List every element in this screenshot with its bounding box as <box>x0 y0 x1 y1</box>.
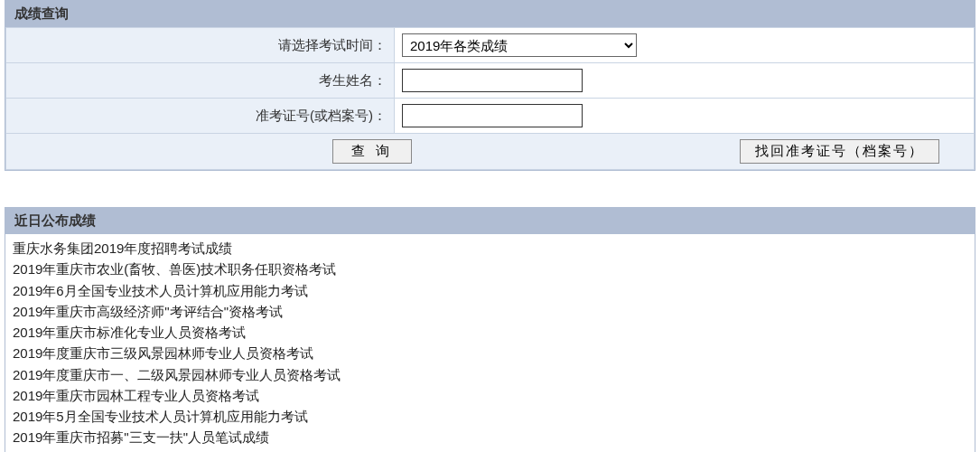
score-query-title: 成绩查询 <box>5 1 975 27</box>
ticket-number-input[interactable] <box>402 104 583 127</box>
list-item[interactable]: 2019年重庆市标准化专业人员资格考试 <box>13 322 967 343</box>
candidate-name-input[interactable] <box>402 69 583 92</box>
exam-time-select[interactable]: 2019年各类成绩 <box>402 33 637 57</box>
score-query-panel: 成绩查询 请选择考试时间： 2019年各类成绩 考生姓名： 准考证号(或档案号)… <box>5 0 975 171</box>
ticket-number-label: 准考证号(或档案号)： <box>6 99 395 134</box>
list-item[interactable]: 2019年5月全国专业技术人员计算机应用能力考试 <box>13 406 967 427</box>
list-item[interactable]: 2019年度重庆市三级风景园林师专业人员资格考试 <box>13 343 967 363</box>
recent-scores-list: 重庆水务集团2019年度招聘考试成绩 2019年重庆市农业(畜牧、兽医)技术职务… <box>5 234 975 452</box>
recent-scores-title: 近日公布成绩 <box>5 208 975 234</box>
exam-time-label: 请选择考试时间： <box>6 28 395 63</box>
list-item[interactable]: 2019年重庆市高级经济师"考评结合"资格考试 <box>13 301 967 322</box>
list-item[interactable]: 2019年重庆市农业(畜牧、兽医)技术职务任职资格考试 <box>13 259 967 279</box>
query-form-table: 请选择考试时间： 2019年各类成绩 考生姓名： 准考证号(或档案号)： <box>5 27 975 170</box>
retrieve-ticket-button[interactable]: 找回准考证号（档案号） <box>740 139 939 164</box>
list-item[interactable]: 2019年重庆市园林工程专业人员资格考试 <box>13 385 967 406</box>
query-button[interactable]: 查 询 <box>332 139 412 164</box>
list-item[interactable]: 重庆水务集团2019年度招聘考试成绩 <box>13 238 967 259</box>
candidate-name-label: 考生姓名： <box>6 63 395 99</box>
list-item[interactable]: 2019年6月全国专业技术人员计算机应用能力考试 <box>13 280 967 301</box>
list-item[interactable]: 2019年度重庆市一、二级风景园林师专业人员资格考试 <box>13 364 967 385</box>
list-item[interactable]: 2019年重庆市招募"三支一扶"人员笔试成绩 <box>13 427 967 447</box>
recent-scores-panel: 近日公布成绩 重庆水务集团2019年度招聘考试成绩 2019年重庆市农业(畜牧、… <box>5 207 975 452</box>
